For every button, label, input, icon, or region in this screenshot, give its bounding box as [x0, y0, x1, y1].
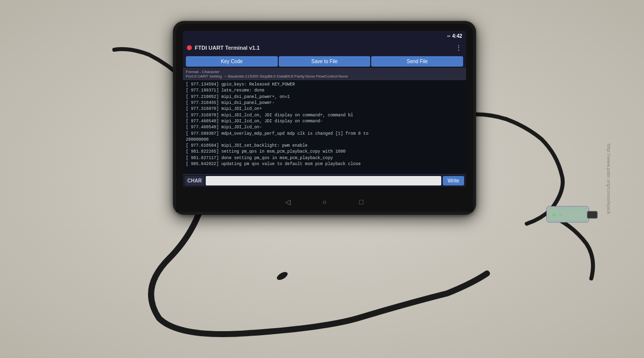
- log-line: [ 977.134594] gpio_keys: Released KEY_PO…: [186, 82, 463, 88]
- log-line: [ 981.822265] setting pm_qos in msm_pcm_…: [186, 149, 463, 155]
- app-title: FTDI UART Terminal v1.1: [195, 45, 260, 51]
- back-button[interactable]: ◁: [282, 196, 294, 208]
- log-line: [ 977.316070] mipi_JDI_lcd_on, JDI displ…: [186, 112, 463, 118]
- format-label: Format - Character: [186, 70, 220, 74]
- input-area: CHAR Write: [183, 174, 466, 187]
- status-time: 4:42: [452, 33, 462, 39]
- log-line: [ 977.509307] mdp4_overlay_mdp_perf_upd …: [186, 131, 463, 137]
- tablet-body: ▪▪ 4:42 FTDI UART Terminal v1.1 ⋮ Key Co…: [176, 24, 473, 212]
- app-title-left: FTDI UART Terminal v1.1: [187, 45, 260, 51]
- status-icons: ▪▪: [447, 34, 450, 38]
- log-line: [ 985.042022] updating pm qos value to d…: [186, 161, 463, 167]
- android-nav-bar: ◁ ○ □: [176, 192, 473, 212]
- toolbar: Key Code Save to File Send File: [183, 55, 466, 68]
- battery-icon: ▪▪: [447, 34, 450, 38]
- app-content: FTDI UART Terminal v1.1 ⋮ Key Code Save …: [183, 41, 466, 187]
- log-line: [ 977.460540] mipi_JDI_lcd_on-: [186, 124, 463, 130]
- home-button[interactable]: ○: [319, 196, 330, 208]
- log-line: [ 977.610504] mipi_JDI_set_backlight: pw…: [186, 143, 463, 149]
- log-line: [ 977.199371] late_resume: done: [186, 88, 463, 93]
- app-status-dot: [187, 45, 192, 50]
- app-titlebar: FTDI UART Terminal v1.1 ⋮: [183, 41, 466, 55]
- log-line: 200000000: [186, 137, 463, 143]
- log-line: [ 977.310455] mipi_dsi_panel_power-: [186, 100, 463, 106]
- char-input[interactable]: [206, 176, 441, 185]
- log-line: [ 977.210052] mipi_dsi_panel_power+, on=…: [186, 94, 463, 100]
- port-info: Port:0 UART Setting → Baudrate:115200 St…: [186, 74, 348, 79]
- menu-button[interactable]: ⋮: [455, 44, 462, 52]
- status-bar: ▪▪ 4:42: [183, 31, 466, 41]
- write-button[interactable]: Write: [443, 176, 464, 185]
- screen: ▪▪ 4:42 FTDI UART Terminal v1.1 ⋮ Key Co…: [183, 31, 466, 187]
- log-line: [ 977.316070] mipi_JDI_lcd_on+: [186, 106, 463, 112]
- log-line: [ 977.460540] mipi_JDI_lcd_on, JDI displ…: [186, 118, 463, 124]
- watermark: http://www.pabr.org/consolejack: [606, 144, 611, 214]
- log-line: [ 981.827117] done setting pm_qos in msm…: [186, 155, 463, 161]
- send-file-button[interactable]: Send File: [371, 56, 463, 67]
- key-code-button[interactable]: Key Code: [186, 56, 278, 67]
- format-bar: Format - Character Port:0 UART Setting →…: [183, 68, 466, 80]
- terminal-log[interactable]: [ 977.134594] gpio_keys: Released KEY_PO…: [183, 80, 466, 174]
- save-to-file-button[interactable]: Save to File: [279, 56, 371, 67]
- recents-button[interactable]: □: [355, 196, 367, 208]
- tablet-device: ▪▪ 4:42 FTDI UART Terminal v1.1 ⋮ Key Co…: [173, 21, 476, 215]
- input-mode-label: CHAR: [185, 176, 204, 185]
- format-info: Format - Character Port:0 UART Setting →…: [186, 70, 463, 79]
